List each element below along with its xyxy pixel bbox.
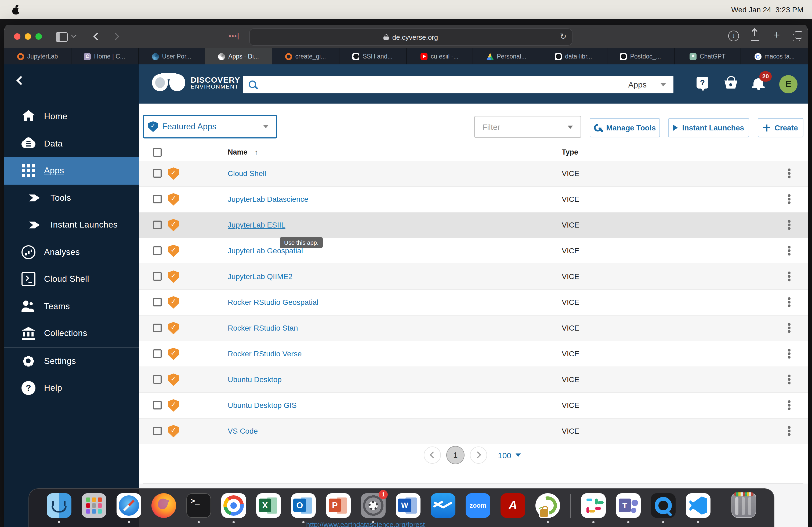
status-icon[interactable]	[676, 5, 685, 14]
row-menu-icon[interactable]	[782, 219, 795, 232]
store-basket-button[interactable]	[723, 76, 740, 92]
browser-tab[interactable]: User Por...	[138, 48, 205, 64]
reload-icon[interactable]: ↻	[560, 32, 567, 41]
minimize-window-button[interactable]	[25, 33, 31, 40]
table-row[interactable]: Cloud Shell VICE	[139, 161, 808, 187]
downloads-icon[interactable]: ↓	[728, 31, 739, 41]
column-header-name[interactable]: Name	[228, 148, 248, 156]
search-scope-select[interactable]: Apps	[623, 80, 673, 89]
app-name-link[interactable]: Ubuntu Desktop GIS	[228, 401, 297, 409]
dock-item[interactable]	[721, 491, 721, 524]
sidebar-item[interactable]: Apps	[4, 157, 139, 184]
dock-item[interactable]	[326, 491, 351, 524]
table-row[interactable]: JupyterLab Geospatial VICE	[139, 238, 808, 264]
current-page-button[interactable]: 1	[446, 446, 465, 464]
sidebar-toggle-icon[interactable]	[56, 32, 68, 42]
sidebar-item[interactable]: Help	[4, 375, 139, 402]
dock-item[interactable]	[535, 491, 560, 524]
tab-overview-icon[interactable]	[793, 34, 800, 41]
row-checkbox[interactable]	[153, 427, 162, 435]
dock-item[interactable]: 1	[361, 491, 386, 524]
dock-item[interactable]	[686, 491, 710, 524]
row-checkbox[interactable]	[153, 272, 162, 281]
sidebar-item[interactable]: Instant Launches	[4, 211, 139, 239]
extension-dots-icon[interactable]: •••|	[229, 32, 240, 40]
collapse-sidebar-icon[interactable]	[16, 76, 25, 85]
chevron-down-icon[interactable]	[72, 33, 76, 37]
table-row[interactable]: Ubuntu Desktop VICE	[139, 367, 808, 393]
next-page-button[interactable]	[470, 447, 487, 464]
dock-item[interactable]	[291, 491, 316, 524]
status-icon[interactable]	[534, 5, 543, 14]
sidebar-item[interactable]: Data	[4, 130, 139, 157]
dock-item[interactable]	[466, 491, 490, 524]
row-menu-icon[interactable]	[782, 167, 795, 180]
row-checkbox[interactable]	[153, 401, 162, 409]
sidebar-item[interactable]: Teams	[4, 293, 139, 320]
row-menu-icon[interactable]	[782, 374, 795, 387]
table-row[interactable]: Rocker RStudio Verse VICE	[139, 341, 808, 367]
app-name-link[interactable]: JupyterLab ESIIL	[228, 221, 286, 229]
manage-tools-button[interactable]: Manage Tools	[590, 118, 660, 137]
browser-tab[interactable]: Postdoc_...	[607, 48, 674, 64]
app-name-link[interactable]: Ubuntu Desktop	[228, 375, 282, 384]
row-menu-icon[interactable]	[782, 296, 795, 309]
row-checkbox[interactable]	[153, 221, 162, 229]
row-checkbox[interactable]	[153, 298, 162, 306]
de-logo[interactable]: DISCOVERY ENVIRONMENT	[152, 73, 240, 92]
sidebar-item[interactable]: Home	[4, 103, 139, 130]
browser-tab[interactable]: JupyterLab	[4, 48, 71, 64]
status-icon[interactable]	[640, 5, 650, 14]
row-menu-icon[interactable]	[782, 425, 795, 438]
table-row[interactable]: JupyterLab ESIIL VICE	[139, 212, 808, 238]
dock-item[interactable]	[581, 491, 606, 524]
app-name-link[interactable]: Cloud Shell	[228, 169, 266, 178]
dock-item[interactable]	[151, 491, 176, 524]
sidebar-item[interactable]: Collections	[4, 320, 139, 347]
app-name-link[interactable]: Rocker RStudio Stan	[228, 323, 298, 332]
table-row[interactable]: JupyterLab Datascience VICE	[139, 187, 808, 212]
dock-item[interactable]	[651, 491, 676, 524]
dock-item[interactable]	[221, 491, 246, 524]
dock-item[interactable]	[82, 491, 106, 524]
row-checkbox[interactable]	[153, 323, 162, 332]
filter-select[interactable]: Filter	[474, 116, 581, 138]
table-row[interactable]: Rocker RStudio Stan VICE	[139, 316, 808, 341]
row-menu-icon[interactable]	[782, 270, 795, 283]
prev-page-button[interactable]	[424, 447, 441, 464]
row-checkbox[interactable]	[153, 375, 162, 384]
browser-tab[interactable]: create_gi...	[272, 48, 339, 64]
app-name-link[interactable]: VS Code	[228, 427, 258, 435]
instant-launches-button[interactable]: Instant Launches	[668, 118, 749, 137]
app-name-link[interactable]: Rocker RStudio Verse	[228, 349, 302, 358]
dock-item[interactable]	[256, 491, 281, 524]
table-row[interactable]: VS Code VICE	[139, 419, 808, 445]
table-row[interactable]: Rocker RStudio Geospatial VICE	[139, 290, 808, 316]
browser-tab[interactable]: SSH and...	[339, 48, 406, 64]
dock-item[interactable]	[570, 491, 571, 524]
table-row[interactable]: JupyterLab QIIME2 VICE	[139, 264, 808, 290]
menubar-clock[interactable]: Wed Jan 24 3:23 PM	[731, 5, 803, 14]
sidebar-item[interactable]: Tools	[4, 184, 139, 211]
row-menu-icon[interactable]	[782, 193, 795, 206]
new-tab-icon[interactable]: +	[773, 29, 780, 41]
row-checkbox[interactable]	[153, 349, 162, 358]
page-size-select[interactable]: 100	[498, 451, 521, 460]
avatar[interactable]: E	[779, 75, 798, 93]
table-row[interactable]: Ubuntu Desktop GIS VICE	[139, 393, 808, 419]
row-checkbox[interactable]	[153, 169, 162, 178]
app-name-link[interactable]: Rocker RStudio Geospatial	[228, 298, 318, 306]
status-icon[interactable]	[516, 5, 525, 14]
create-button[interactable]: Create	[758, 118, 803, 137]
sort-asc-icon[interactable]: ↑	[255, 148, 258, 156]
row-checkbox[interactable]	[153, 246, 162, 255]
category-select[interactable]: Featured Apps	[143, 115, 277, 138]
sidebar-item[interactable]: Cloud Shell	[4, 266, 139, 293]
search-icon[interactable]	[248, 80, 258, 89]
dock-item[interactable]	[731, 491, 756, 524]
help-button[interactable]: ?	[695, 76, 712, 92]
row-checkbox[interactable]	[153, 195, 162, 204]
select-all-checkbox[interactable]	[153, 148, 162, 157]
app-name-link[interactable]: JupyterLab Datascience	[228, 195, 308, 204]
dock-item[interactable]	[501, 491, 525, 524]
